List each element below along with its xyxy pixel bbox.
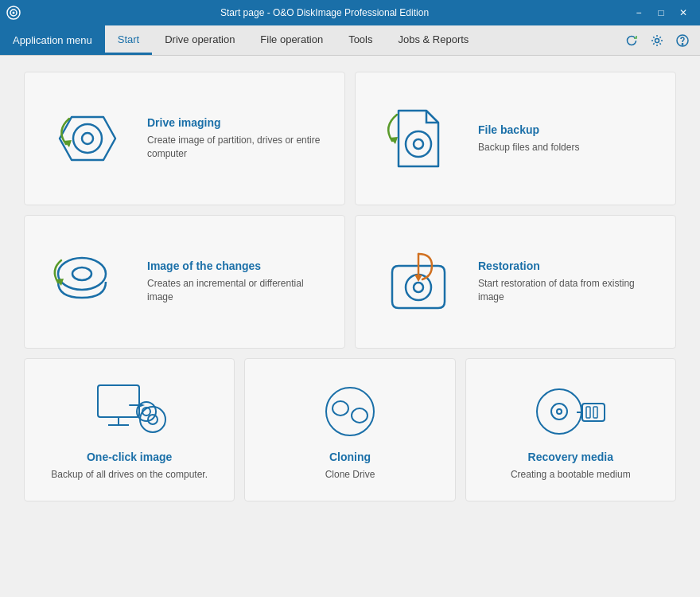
svg-point-13: [58, 258, 106, 290]
title-bar: Start page - O&O DiskImage Professional …: [0, 0, 700, 25]
cloning-desc: Clone Drive: [325, 468, 375, 482]
image-changes-icon: [44, 238, 131, 326]
svg-marker-18: [414, 275, 422, 282]
svg-point-28: [332, 401, 348, 416]
file-backup-icon: [375, 95, 462, 182]
card-image-changes[interactable]: Image of the changes Creates an incremen…: [24, 215, 345, 349]
svg-rect-35: [593, 407, 597, 418]
restoration-text: Restoration Start restoration of data fr…: [478, 259, 656, 304]
app-icon: [6, 6, 21, 20]
maximize-button[interactable]: □: [651, 5, 671, 21]
one-click-image-desc: Backup of all drives on the computer.: [51, 468, 208, 482]
settings-button[interactable]: [646, 29, 668, 52]
one-click-image-text: One-click image Backup of all drives on …: [51, 451, 208, 482]
cloning-icon: [314, 381, 386, 441]
menu-item-drive-operation[interactable]: Drive operation: [152, 25, 247, 55]
card-one-click-image[interactable]: One-click image Backup of all drives on …: [24, 358, 235, 501]
main-content: Drive imaging Create image of partition,…: [0, 56, 700, 517]
file-backup-title: File backup: [478, 123, 579, 136]
restoration-icon: [375, 238, 462, 326]
help-button[interactable]: [671, 29, 694, 52]
svg-point-30: [537, 389, 581, 434]
recovery-media-text: Recovery media Creating a bootable mediu…: [511, 451, 631, 482]
window-controls: − □ ✕: [628, 5, 694, 21]
svg-rect-34: [586, 407, 590, 418]
refresh-button[interactable]: [620, 29, 643, 52]
card-file-backup[interactable]: File backup Backup files and folders: [355, 72, 676, 205]
image-changes-text: Image of the changes Creates an incremen…: [147, 259, 325, 304]
window-title: Start page - O&O DiskImage Professional …: [21, 7, 628, 18]
svg-point-11: [414, 139, 423, 149]
drive-imaging-title: Drive imaging: [147, 116, 325, 129]
menu-item-start[interactable]: Start: [105, 25, 152, 55]
svg-rect-19: [98, 385, 139, 417]
drive-imaging-icon: [44, 95, 131, 182]
menu-bar: Application menu Start Drive operation F…: [0, 25, 700, 56]
cards-row-1: Drive imaging Create image of partition,…: [24, 72, 676, 205]
svg-point-17: [414, 283, 423, 292]
one-click-image-title: One-click image: [51, 451, 208, 463]
menu-item-jobs-reports[interactable]: Jobs & Reports: [386, 25, 482, 55]
cards-row-3: One-click image Backup of all drives on …: [24, 358, 676, 501]
toolbar-right: [620, 25, 700, 55]
cloning-text: Cloning Clone Drive: [325, 451, 375, 482]
svg-point-10: [406, 131, 431, 157]
svg-point-14: [72, 267, 91, 280]
svg-point-29: [352, 408, 368, 423]
card-recovery-media[interactable]: Recovery media Creating a bootable mediu…: [465, 358, 676, 501]
restoration-desc: Start restoration of data from existing …: [478, 277, 656, 304]
svg-point-8: [82, 133, 93, 144]
svg-point-5: [682, 43, 682, 44]
svg-point-3: [655, 38, 659, 42]
cards-row-2: Image of the changes Creates an incremen…: [24, 215, 676, 349]
file-backup-text: File backup Backup files and folders: [478, 123, 579, 154]
svg-point-7: [73, 124, 102, 153]
menu-item-file-operation[interactable]: File operation: [247, 25, 336, 55]
svg-point-31: [551, 404, 567, 419]
application-menu[interactable]: Application menu: [0, 25, 105, 55]
recovery-media-desc: Creating a bootable medium: [511, 468, 631, 482]
image-changes-desc: Creates an incremental or differential i…: [147, 277, 325, 304]
one-click-image-icon: [94, 381, 165, 441]
minimize-button[interactable]: −: [628, 5, 649, 21]
cloning-title: Cloning: [325, 451, 375, 463]
card-restoration[interactable]: Restoration Start restoration of data fr…: [355, 215, 676, 349]
card-cloning[interactable]: Cloning Clone Drive: [244, 358, 455, 501]
file-backup-desc: Backup files and folders: [478, 141, 579, 154]
svg-point-32: [557, 409, 562, 414]
drive-imaging-text: Drive imaging Create image of partition,…: [147, 116, 325, 161]
card-drive-imaging[interactable]: Drive imaging Create image of partition,…: [24, 72, 345, 205]
drive-imaging-desc: Create image of partition, drives or ent…: [147, 134, 325, 161]
menu-item-tools[interactable]: Tools: [336, 25, 385, 55]
recovery-media-icon: [531, 381, 610, 441]
svg-point-2: [13, 12, 15, 14]
close-button[interactable]: ✕: [673, 5, 694, 21]
recovery-media-title: Recovery media: [511, 451, 631, 463]
image-changes-title: Image of the changes: [147, 259, 325, 272]
restoration-title: Restoration: [478, 259, 656, 272]
